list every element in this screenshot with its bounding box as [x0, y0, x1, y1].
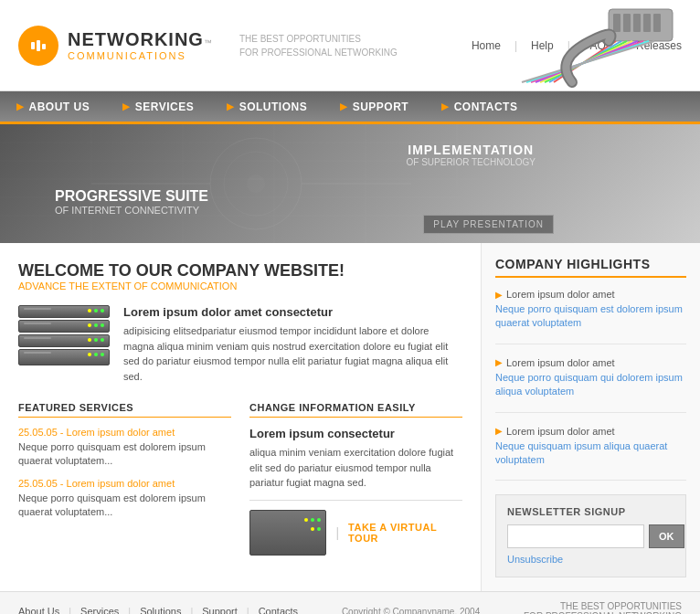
footer-sep4: |: [247, 606, 249, 614]
highlight-bullet-2: ▶ Lorem ipsum dolor amet: [495, 357, 686, 368]
welcome-title: WELCOME TO OUR COMPANY WEBSITE!: [18, 261, 462, 281]
switch-bar-3: [18, 334, 110, 347]
intro-body: adipisicing elitsedpariatur eiusmod temp…: [123, 323, 462, 384]
featured-services-title: FEATURED SERVICES: [18, 402, 231, 418]
highlight-bullet-3: ▶ Lorem ipsum dolor amet: [495, 426, 686, 437]
arrow-icon: ▶: [227, 101, 235, 111]
arrow-icon: ▶: [16, 101, 25, 111]
logo-text: NETWORKING ™ COMMUNICATIONS: [68, 29, 212, 61]
nav-label-support: SUPPORT: [353, 101, 409, 113]
nav-label-contacts: CONTACTS: [454, 101, 518, 113]
logo-area: NETWORKING ™ COMMUNICATIONS THE BEST OPP…: [18, 26, 398, 66]
logo-name: NETWORKING: [68, 29, 204, 50]
play-presentation-button[interactable]: PLAY PRESENTATION: [423, 215, 554, 234]
nav-label-solutions: SOLUTIONS: [239, 101, 308, 113]
nav-item-support[interactable]: ▶ SUPPORT: [323, 91, 425, 122]
sidebar: COMPANY HIGHLIGHTS ▶ Lorem ipsum dolor a…: [481, 243, 700, 591]
svg-rect-2: [42, 44, 46, 49]
footer: About Us | Services | Solutions | Suppor…: [0, 591, 700, 614]
hero-right-main: IMPLEMENTATION: [406, 143, 536, 157]
arrow-icon: ▶: [122, 101, 131, 111]
footer-sep1: |: [69, 606, 71, 614]
footer-link-services[interactable]: Services: [80, 606, 119, 614]
service-desc-1: Neque porro quisquam est dolorem ipsum q…: [18, 440, 231, 469]
highlight-bullet-1: ▶ Lorem ipsum dolor amet: [495, 289, 686, 300]
service-link-1[interactable]: 25.05.05 - Lorem ipsum dolor amet: [18, 427, 231, 438]
arrow-icon: ▶: [441, 101, 450, 111]
intro-text: Lorem ipsum dolor amet consectetur adipi…: [123, 305, 462, 384]
svg-rect-0: [31, 42, 35, 49]
hero-right-text: IMPLEMENTATION OF SUPERIOR TECHNOLOGY: [406, 143, 536, 167]
intro-title: Lorem ipsum dolor amet consectetur: [123, 305, 462, 319]
bullet-arrow-icon: ▶: [495, 290, 503, 300]
newsletter-title: NEWSLETTER SIGNUP: [507, 506, 674, 517]
nav-item-services[interactable]: ▶ SERVICES: [106, 91, 210, 122]
tour-device-image: [249, 510, 326, 556]
highlight-link-3[interactable]: Neque quisquam ipsum aliqua quaerat volu…: [495, 439, 686, 468]
footer-link-contacts[interactable]: Contacts: [259, 606, 298, 614]
switches-visual: [18, 305, 110, 365]
svg-rect-6: [633, 14, 641, 32]
svg-rect-8: [653, 14, 661, 32]
top-bar: NETWORKING ™ COMMUNICATIONS THE BEST OPP…: [0, 0, 700, 91]
newsletter-email-input[interactable]: [507, 524, 644, 548]
change-info-col: CHANGE INFORMATION EASILY Lorem ipsum co…: [249, 402, 462, 556]
main-nav: ▶ ABOUT US ▶ SERVICES ▶ SOLUTIONS ▶ SUPP…: [0, 91, 700, 124]
footer-tagline: THE BEST OPPORTUNITIES FOR PROFESSIONAL …: [524, 601, 682, 614]
welcome-subtitle: ADVANCE THE EXTENT OF COMMUNICATION: [18, 281, 462, 291]
bullet-arrow-icon: ▶: [495, 357, 503, 367]
highlights-title: COMPANY HIGHLIGHTS: [495, 257, 686, 278]
cable-image: [499, 5, 682, 94]
footer-link-support[interactable]: Support: [202, 606, 238, 614]
main-content: WELCOME TO OUR COMPANY WEBSITE! ADVANCE …: [0, 243, 481, 591]
logo-icon: [18, 26, 58, 66]
svg-rect-4: [613, 14, 620, 32]
nav-item-contacts[interactable]: ▶ CONTACTS: [425, 91, 534, 122]
newsletter-ok-button[interactable]: OK: [649, 524, 684, 548]
intro-image: [18, 305, 110, 384]
change-content-title: Lorem ipsum consectetur: [249, 427, 462, 440]
hero-grid: [0, 124, 700, 243]
footer-nav: About Us | Services | Solutions | Suppor…: [18, 606, 298, 614]
arrow-icon: ▶: [340, 101, 348, 111]
featured-services-col: FEATURED SERVICES 25.05.05 - Lorem ipsum…: [18, 402, 231, 556]
footer-copyright: Copyright © Companyname, 2004: [342, 607, 480, 614]
footer-sep2: |: [128, 606, 131, 614]
svg-point-31: [247, 175, 265, 193]
switch-bar-2: [18, 320, 110, 333]
nav-label-about-us: ABOUT US: [29, 101, 90, 113]
footer-link-about[interactable]: About Us: [18, 606, 59, 614]
change-info-title: CHANGE INFORMATION EASILY: [249, 402, 462, 418]
virtual-tour-link[interactable]: TAKE A VIRTUAL TOUR: [348, 522, 462, 544]
nav-item-about-us[interactable]: ▶ ABOUT US: [0, 91, 106, 122]
svg-rect-7: [643, 14, 651, 32]
highlight-item-3: ▶ Lorem ipsum dolor amet Neque quisquam …: [495, 426, 686, 482]
highlight-link-2[interactable]: Neque porro quisquam qui dolorem ipsum a…: [495, 371, 686, 399]
logo-tagline: THE BEST OPPORTUNITIES FOR PROFESSIONAL …: [239, 32, 398, 59]
hero-left-main: PROGRESSIVE SUITE: [55, 188, 208, 205]
intro-section: Lorem ipsum dolor amet consectetur adipi…: [18, 305, 462, 384]
footer-sep3: |: [190, 606, 193, 614]
highlight-bullet-text-1: Lorem ipsum dolor amet: [506, 289, 615, 300]
service-link-2[interactable]: 25.05.05 - Lorem ipsum dolor amet: [18, 478, 231, 489]
switch-bar-1: [18, 305, 110, 318]
switch-bar-4: [18, 349, 110, 365]
highlight-item-1: ▶ Lorem ipsum dolor amet Neque porro qui…: [495, 289, 686, 344]
footer-link-solutions[interactable]: Solutions: [140, 606, 181, 614]
nav-label-services: SERVICES: [135, 101, 194, 113]
highlight-link-1[interactable]: Neque porro quisquam est dolorem ipsum q…: [495, 302, 686, 331]
bullet-arrow-icon: ▶: [495, 426, 503, 436]
highlight-bullet-text-3: Lorem ipsum dolor amet: [506, 426, 615, 437]
nav-home[interactable]: Home: [472, 39, 501, 52]
newsletter-section: NEWSLETTER SIGNUP OK Unsubscribe: [495, 494, 686, 577]
two-col: FEATURED SERVICES 25.05.05 - Lorem ipsum…: [18, 402, 462, 556]
hero-left-text: PROGRESSIVE SUITE OF INTERNET CONNECTIVI…: [55, 188, 208, 216]
unsubscribe-link[interactable]: Unsubscribe: [507, 554, 563, 565]
tour-separator: |: [335, 525, 339, 540]
logo-sup: ™: [204, 38, 212, 48]
logo-sub: COMMUNICATIONS: [68, 50, 212, 61]
svg-rect-1: [37, 40, 40, 51]
highlight-item-2: ▶ Lorem ipsum dolor amet Neque porro qui…: [495, 357, 686, 413]
nav-item-solutions[interactable]: ▶ SOLUTIONS: [210, 91, 323, 122]
service-desc-2: Neque porro quisquam est dolorem ipsum q…: [18, 492, 231, 520]
